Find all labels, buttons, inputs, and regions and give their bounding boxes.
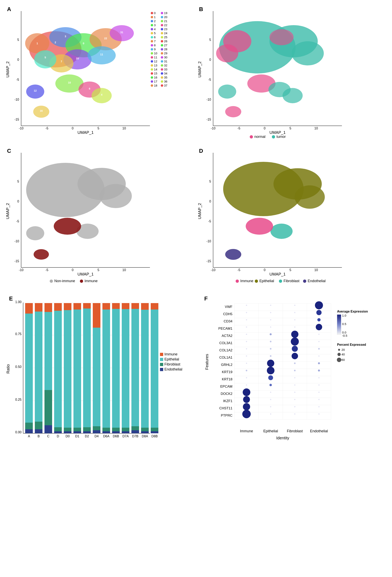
svg-text:0.50: 0.50 bbox=[15, 365, 22, 368]
svg-point-143 bbox=[250, 135, 253, 139]
svg-rect-259 bbox=[112, 428, 120, 431]
svg-point-354 bbox=[291, 331, 298, 338]
svg-point-46 bbox=[151, 20, 153, 22]
svg-text:Endothelial: Endothelial bbox=[164, 367, 182, 371]
svg-text:31: 31 bbox=[120, 31, 123, 34]
svg-point-345 bbox=[270, 319, 271, 320]
svg-point-165 bbox=[26, 226, 44, 240]
svg-point-340 bbox=[246, 312, 247, 313]
svg-text:31: 31 bbox=[164, 60, 167, 63]
panel-d-label: D bbox=[199, 148, 203, 154]
svg-point-391 bbox=[318, 399, 320, 400]
svg-text:-10: -10 bbox=[207, 98, 211, 101]
svg-text:24: 24 bbox=[164, 31, 167, 35]
svg-text:0: 0 bbox=[17, 200, 19, 203]
svg-text:D4: D4 bbox=[95, 434, 99, 438]
svg-text:16: 16 bbox=[40, 109, 43, 112]
svg-point-92 bbox=[161, 36, 163, 38]
svg-text:D6B: D6B bbox=[113, 434, 119, 438]
svg-text:17: 17 bbox=[154, 80, 157, 83]
svg-rect-280 bbox=[151, 310, 158, 428]
svg-rect-243 bbox=[83, 431, 91, 433]
svg-rect-265 bbox=[122, 309, 129, 428]
svg-text:20: 20 bbox=[342, 348, 345, 351]
svg-rect-273 bbox=[141, 431, 149, 433]
svg-point-348 bbox=[246, 326, 247, 328]
svg-point-190 bbox=[246, 218, 273, 235]
svg-text:33: 33 bbox=[164, 68, 167, 71]
svg-point-104 bbox=[161, 60, 163, 63]
svg-text:DOCK2: DOCK2 bbox=[220, 392, 232, 396]
svg-point-376 bbox=[246, 377, 247, 378]
svg-point-349 bbox=[270, 326, 271, 328]
svg-point-370 bbox=[294, 362, 296, 364]
svg-rect-270 bbox=[131, 309, 139, 426]
svg-point-381 bbox=[269, 384, 272, 386]
panel-b: B UMAP_1 UMAP_2 -10 -5 0 5 10 -15 -10 -5… bbox=[197, 5, 387, 143]
svg-rect-236 bbox=[64, 303, 71, 310]
svg-rect-223 bbox=[44, 425, 52, 433]
svg-text:Percent Expressed: Percent Expressed bbox=[337, 343, 366, 346]
svg-text:10: 10 bbox=[122, 268, 126, 272]
svg-rect-287 bbox=[160, 363, 163, 366]
svg-rect-271 bbox=[131, 303, 139, 309]
svg-point-134 bbox=[292, 41, 324, 65]
svg-point-338 bbox=[294, 305, 295, 306]
panel-e-svg: E Ratio 0.00 0.25 0.50 0.75 1.00 bbox=[5, 292, 198, 449]
svg-text:D0: D0 bbox=[66, 434, 70, 438]
svg-rect-274 bbox=[141, 428, 149, 431]
svg-rect-283 bbox=[160, 353, 163, 356]
svg-text:UMAP_2: UMAP_2 bbox=[197, 203, 202, 219]
svg-point-384 bbox=[243, 388, 250, 396]
svg-rect-261 bbox=[112, 303, 120, 309]
svg-point-52 bbox=[151, 32, 153, 35]
svg-text:-15: -15 bbox=[14, 259, 19, 263]
svg-point-368 bbox=[246, 363, 247, 364]
svg-point-387 bbox=[318, 392, 320, 393]
svg-point-42 bbox=[151, 12, 153, 14]
svg-rect-230 bbox=[54, 311, 62, 427]
svg-text:EPCAM: EPCAM bbox=[220, 385, 232, 388]
panel-c-svg: UMAP_1 UMAP_2 -10 -5 0 5 10 -15 -10 -5 0… bbox=[5, 147, 186, 288]
svg-point-392 bbox=[243, 403, 250, 410]
svg-text:7: 7 bbox=[154, 39, 156, 43]
svg-rect-260 bbox=[112, 309, 120, 428]
svg-point-379 bbox=[318, 377, 320, 378]
svg-point-102 bbox=[161, 56, 163, 59]
panel-a: A UMAP_1 UMAP_2 -10 -5 0 5 10 -15 -10 -5… bbox=[5, 5, 195, 143]
svg-text:PECAM1: PECAM1 bbox=[218, 327, 232, 330]
svg-text:-10: -10 bbox=[19, 268, 23, 272]
svg-point-82 bbox=[161, 16, 163, 18]
svg-point-74 bbox=[151, 76, 153, 79]
panel-c: C UMAP_1 UMAP_2 -10 -5 0 5 10 -15 -10 -5… bbox=[5, 147, 195, 288]
svg-text:15: 15 bbox=[154, 72, 157, 75]
svg-text:UMAP_1: UMAP_1 bbox=[269, 130, 285, 135]
svg-rect-225 bbox=[44, 312, 52, 390]
svg-text:5: 5 bbox=[289, 268, 291, 272]
svg-point-351 bbox=[316, 324, 322, 330]
svg-text:11: 11 bbox=[154, 56, 157, 59]
svg-point-80 bbox=[161, 12, 163, 14]
svg-point-191 bbox=[225, 249, 241, 260]
svg-text:-10: -10 bbox=[211, 127, 215, 130]
svg-text:B: B bbox=[38, 434, 40, 438]
svg-text:5: 5 bbox=[98, 268, 99, 272]
svg-point-108 bbox=[161, 68, 163, 71]
svg-point-352 bbox=[246, 334, 247, 335]
svg-point-100 bbox=[161, 52, 163, 55]
svg-rect-221 bbox=[35, 303, 42, 312]
svg-text:-5: -5 bbox=[45, 127, 48, 130]
svg-point-373 bbox=[267, 367, 275, 374]
svg-point-78 bbox=[151, 84, 153, 87]
svg-point-407 bbox=[338, 349, 340, 351]
svg-text:8: 8 bbox=[154, 43, 156, 47]
svg-point-106 bbox=[161, 64, 163, 67]
svg-text:Features: Features bbox=[205, 354, 209, 370]
svg-text:12: 12 bbox=[34, 89, 37, 92]
svg-rect-281 bbox=[151, 303, 158, 310]
svg-text:5: 5 bbox=[17, 38, 19, 41]
svg-rect-269 bbox=[131, 426, 139, 430]
svg-text:0: 0 bbox=[72, 268, 74, 272]
svg-point-397 bbox=[270, 413, 271, 415]
svg-text:13: 13 bbox=[154, 64, 157, 67]
